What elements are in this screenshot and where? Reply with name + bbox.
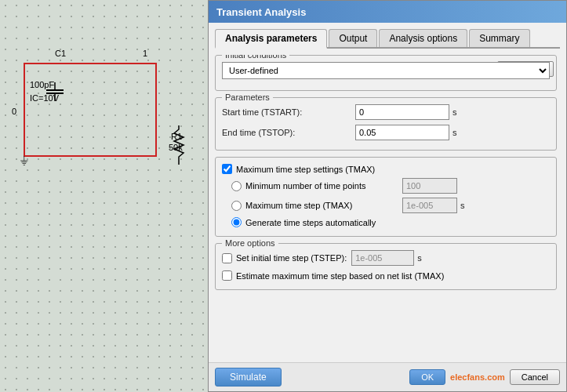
content-area: Reset to g Initial conditions User-defin… [215,55,560,356]
dialog-title: Transient Analysis [216,6,306,18]
end-time-unit: s [453,128,457,137]
circuit-box [24,63,157,157]
tmax-radio-group: Minimum number of time points Maximum ti… [231,178,550,227]
estimate-tmax-checkbox[interactable] [222,270,232,281]
parameters-label: Parameters [222,93,273,102]
dialog-titlebar: Transient Analysis [209,1,566,23]
max-step-row: Maximum time step (TMAX) s [231,198,550,213]
watermark: elecfans.com [450,372,505,382]
max-step-input[interactable] [402,198,457,213]
initial-step-checkbox[interactable] [222,253,232,263]
end-time-input[interactable] [355,125,449,140]
initial-step-input[interactable] [351,250,414,266]
tab-analysis-parameters[interactable]: Analysis parameters [215,29,327,49]
parameters-group: Parameters Start time (TSTART): s End ti… [215,97,557,151]
end-time-row: End time (TSTOP): s [222,125,550,140]
dialog-footer: Simulate OK elecfans.com Cancel [209,362,566,391]
tab-analysis-options[interactable]: Analysis options [379,29,467,47]
start-time-row: Start time (TSTART): s [222,104,550,120]
initial-step-checkbox-row: Set initial time step (TSTEP): [222,253,347,263]
start-time-label: Start time (TSTART): [222,107,355,117]
auto-row: Generate time steps automatically [231,217,550,227]
capacitor-symbol [43,82,67,106]
initial-conditions-select[interactable]: User-defined [222,62,550,79]
max-step-label: Maximum time step (TMAX) [245,201,402,210]
auto-steps-radio[interactable] [231,217,242,227]
transient-analysis-dialog: Transient Analysis Analysis parameters O… [208,0,567,392]
simulate-button[interactable]: Simulate [215,368,282,387]
cancel-button[interactable]: Cancel [510,369,560,385]
tmax-checkbox-row: Maximum time step settings (TMAX) [222,164,550,174]
more-options-group: More options Set initial time step (TSTE… [215,243,557,290]
tmax-checkbox-label: Maximum time step settings (TMAX) [236,165,375,174]
ok-button[interactable]: OK [409,369,445,385]
initial-step-row: Set initial time step (TSTEP): s [222,250,550,266]
start-time-unit: s [453,107,457,117]
tmax-checkbox[interactable] [222,164,232,174]
resistor-symbol [171,125,187,165]
initial-step-unit: s [417,253,422,263]
initial-conditions-label: Initial conditions [222,55,289,60]
dialog-body: Analysis parameters Output Analysis opti… [209,23,566,362]
min-points-radio[interactable] [231,181,242,191]
auto-steps-label: Generate time steps automatically [245,218,402,227]
estimate-tmax-label: Estimate maximum time step based on net … [236,271,444,281]
ground-symbol: ⏚ [20,153,28,167]
c1-label: C1 [55,49,66,58]
more-options-label: More options [222,238,278,248]
tab-summary[interactable]: Summary [469,29,529,47]
footer-right: OK elecfans.com Cancel [409,369,560,385]
node1-label: 1 [143,49,147,58]
end-time-label: End time (TSTOP): [222,128,355,137]
max-step-radio[interactable] [231,201,242,211]
initial-conditions-row: User-defined [222,62,550,79]
min-points-input[interactable] [402,178,457,194]
schematic-grid [0,0,208,392]
tab-bar: Analysis parameters Output Analysis opti… [215,29,560,49]
tab-output[interactable]: Output [329,29,377,47]
start-time-input[interactable] [355,104,449,120]
node0-label: 0 [12,107,16,116]
min-points-label: Minimum number of time points [245,181,402,191]
initial-conditions-group: Initial conditions User-defined [215,55,557,91]
schematic-area: C1 1 100pF IC=10V 0 R1 50k ⏚ [0,0,208,392]
initial-step-label: Set initial time step (TSTEP): [236,253,347,263]
min-points-row: Minimum number of time points [231,178,550,194]
max-step-unit: s [460,201,465,210]
tmax-group: Maximum time step settings (TMAX) Minimu… [215,157,557,237]
estimate-tmax-row: Estimate maximum time step based on net … [222,270,550,281]
